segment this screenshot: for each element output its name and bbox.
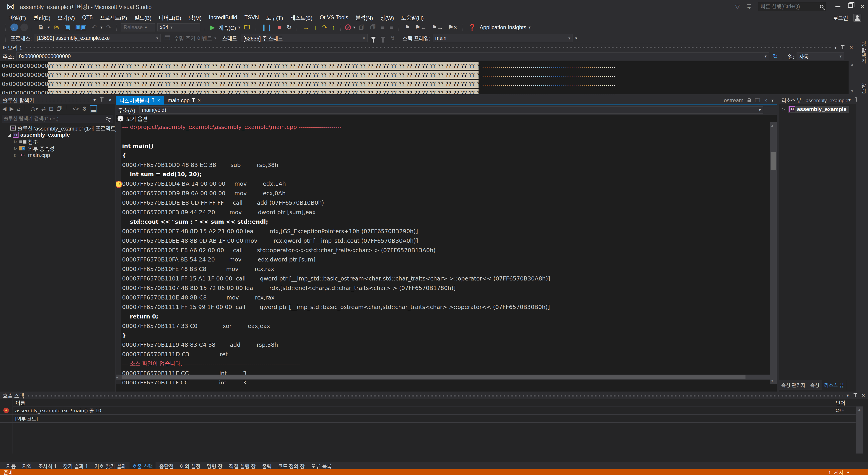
next-bookmark-button[interactable]: ⚑→ bbox=[430, 24, 444, 31]
menu-item[interactable]: Qt VS Tools bbox=[316, 13, 352, 22]
tree-item[interactable]: 솔루션 'assembly_example' (1개 프로젝트) bbox=[0, 125, 115, 131]
memory-bytes[interactable]: ?? ?? ?? ?? ?? ?? ?? ?? ?? ?? ?? ?? ?? ?… bbox=[48, 89, 478, 94]
undo-button[interactable]: ↶ bbox=[90, 24, 98, 31]
pin-icon[interactable] bbox=[842, 46, 843, 49]
expand-arrow-icon[interactable] bbox=[13, 153, 19, 158]
application-insights-caret[interactable]: ▾ bbox=[529, 25, 531, 30]
indent-increase-button[interactable]: ≡ bbox=[388, 24, 395, 31]
active-files-caret[interactable]: ▾ bbox=[772, 98, 774, 103]
window-position-caret[interactable]: ▾ bbox=[846, 393, 849, 398]
continue-label[interactable]: 계속(C) bbox=[219, 24, 236, 31]
memory-row[interactable]: 0x00000000000000C6 ?? ?? ?? ?? ?? ?? ?? … bbox=[0, 88, 856, 94]
drag-handle[interactable] bbox=[26, 46, 831, 49]
filter-flagged-icon[interactable] bbox=[380, 37, 385, 40]
expand-arrow-icon[interactable]: ▷ bbox=[780, 107, 786, 112]
menu-item[interactable]: 팀(M) bbox=[185, 13, 205, 22]
pin-icon[interactable] bbox=[193, 99, 194, 102]
application-insights-label[interactable]: Application Insights bbox=[480, 24, 526, 31]
call-stack-frame[interactable]: ➜ assembly_example.exe!main() 줄 10 C++ bbox=[0, 407, 856, 415]
scroll-up-icon[interactable]: ▲ bbox=[857, 407, 862, 412]
tree-item-label[interactable]: main.cpp bbox=[28, 152, 50, 158]
filter-icon[interactable]: ▽ bbox=[735, 3, 740, 10]
configuration-dropdown[interactable]: Release▾ bbox=[121, 23, 155, 31]
break-all-button[interactable]: ❙❙ bbox=[260, 24, 274, 31]
memory-row[interactable]: 0x0000000000000042 ?? ?? ?? ?? ?? ?? ?? … bbox=[0, 70, 856, 80]
scroll-left-icon[interactable]: ◂ bbox=[116, 375, 118, 380]
memory-bytes[interactable]: ?? ?? ?? ?? ?? ?? ?? ?? ?? ?? ?? ?? ?? ?… bbox=[48, 80, 478, 88]
tool-window-tab[interactable]: 오류 목록 bbox=[308, 462, 334, 469]
publish-expand-icon[interactable]: ▲ bbox=[846, 470, 850, 474]
panel-tab[interactable]: 속성 bbox=[808, 380, 822, 390]
disassembly-line[interactable]: 00007FF6570B110E 48 8B C8 mov rcx,rax bbox=[116, 293, 770, 302]
memory-row[interactable]: 0x0000000000000084 ?? ?? ?? ?? ?? ?? ?? … bbox=[0, 80, 856, 88]
expand-arrow-icon[interactable] bbox=[13, 146, 19, 151]
maximize-button[interactable] bbox=[848, 3, 852, 8]
memory-bytes[interactable]: ?? ?? ?? ?? ?? ?? ?? ?? ?? ?? ?? ?? ?? ?… bbox=[48, 62, 478, 70]
disassembly-line[interactable]: 00007FF6570B1101 FF 15 A1 1F 00 00 call … bbox=[116, 274, 770, 284]
quick-launch-input[interactable] bbox=[761, 4, 820, 10]
disassembly-line[interactable]: --- d:\project\assembly_example\assembly… bbox=[116, 122, 770, 132]
output-window-button[interactable]: 🗍 bbox=[358, 24, 366, 31]
menu-item[interactable]: 도움말(H) bbox=[398, 13, 428, 22]
disassembly-line[interactable]: 00007FF6570B1111 FF 15 99 1F 00 00 call … bbox=[116, 302, 770, 312]
restart-button[interactable]: ↻ bbox=[285, 24, 293, 31]
tree-item[interactable]: 외부 종속성 bbox=[0, 145, 115, 152]
memory-bytes[interactable]: ?? ?? ?? ?? ?? ?? ?? ?? ?? ?? ?? ?? ?? ?… bbox=[48, 71, 478, 79]
indent-decrease-button[interactable]: ≡ bbox=[380, 24, 386, 31]
back-icon[interactable]: ◀ bbox=[2, 106, 6, 112]
feedback-icon[interactable]: 🗨 bbox=[746, 3, 752, 10]
copy-icon[interactable]: 🗇 bbox=[57, 106, 62, 112]
resource-view-title-bar[interactable]: 리소스 뷰 - assembly_example ▾ ✕ bbox=[779, 96, 856, 104]
save-button[interactable]: ▣ bbox=[63, 24, 72, 31]
suppress-jit-icon[interactable]: ↯ bbox=[389, 35, 397, 42]
disassembly-line[interactable]: 00007FF6570B1119 48 83 C4 38 add rsp,38h bbox=[116, 340, 770, 350]
tree-item[interactable]: 참조 bbox=[0, 138, 115, 145]
disassembly-line[interactable]: int main() bbox=[116, 141, 770, 151]
tree-item-label[interactable]: 외부 종속성 bbox=[28, 145, 55, 152]
redo-button[interactable]: ↷ bbox=[105, 24, 113, 31]
menu-item[interactable]: 디버그(D) bbox=[155, 13, 185, 22]
navigate-back-button[interactable]: ← bbox=[10, 24, 18, 31]
disassembly-line[interactable]: } bbox=[116, 331, 770, 340]
previous-bookmark-button[interactable]: ⚑← bbox=[414, 24, 428, 31]
disassembly-line[interactable]: 00007FF6570B10FA 8B 54 24 20 mov edx,dwo… bbox=[116, 255, 770, 264]
view-options-label[interactable]: 보기 옵션 bbox=[126, 115, 148, 123]
platform-dropdown[interactable]: x64▾ bbox=[157, 23, 200, 31]
forward-icon[interactable]: ▶ bbox=[9, 106, 13, 112]
pin-icon[interactable] bbox=[153, 99, 153, 102]
immediate-window-button[interactable]: 🗇 bbox=[369, 24, 377, 31]
new-file-button[interactable]: 🗎 bbox=[37, 24, 45, 31]
menu-item[interactable]: 창(W) bbox=[377, 13, 398, 22]
disassembly-line[interactable]: 00007FF6570B10D0 48 83 EC 38 sub rsp,38h bbox=[116, 160, 770, 170]
undo-caret[interactable]: ▾ bbox=[100, 25, 102, 30]
tool-window-tab[interactable]: 지역 bbox=[20, 462, 34, 469]
menu-item[interactable]: 편집(E) bbox=[30, 13, 54, 22]
disassembly-line[interactable]: 00007FF6570B1117 33 C0 xor eax,eax bbox=[116, 321, 770, 331]
drag-handle[interactable] bbox=[28, 394, 843, 397]
close-button[interactable]: × bbox=[860, 3, 864, 10]
memory-title-bar[interactable]: 메모리 1 ▾ ✕ bbox=[0, 43, 856, 51]
tool-window-tab[interactable]: 자동 bbox=[4, 462, 19, 469]
close-icon[interactable]: × bbox=[197, 97, 201, 103]
new-file-caret[interactable]: ▾ bbox=[48, 25, 50, 30]
process-dropdown[interactable]: [13692] assembly_example.exe▾ bbox=[34, 34, 161, 42]
name-column-header[interactable]: 이름 bbox=[13, 399, 836, 406]
team-explorer-vertical-tab[interactable]: 팀 탐색기 bbox=[860, 41, 867, 63]
open-file-button[interactable]: 🗁 bbox=[52, 24, 61, 31]
solution-search-input[interactable] bbox=[4, 116, 105, 122]
pin-icon[interactable] bbox=[855, 394, 856, 397]
quick-launch-box[interactable] bbox=[758, 2, 826, 11]
scrollbar-thumb[interactable] bbox=[771, 152, 776, 170]
tool-window-tab[interactable]: 출력 bbox=[259, 462, 274, 469]
close-icon[interactable]: × bbox=[764, 97, 767, 103]
menu-item[interactable]: 보기(V) bbox=[54, 13, 79, 22]
memory-content[interactable]: 0x0000000000000000 ?? ?? ?? ?? ?? ?? ?? … bbox=[0, 61, 856, 94]
memory-columns-dropdown[interactable]: 자동▾ bbox=[797, 52, 844, 60]
disassembly-line[interactable]: --- 소스 파일이 없습니다. -----------------------… bbox=[116, 359, 770, 369]
drag-handle[interactable] bbox=[38, 99, 90, 101]
breakpoints-caret[interactable]: ▾ bbox=[353, 25, 355, 30]
stack-frame-dropdown[interactable]: main▾ bbox=[433, 34, 573, 42]
disassembly-line[interactable]: 00007FF6570B111D C3 ret bbox=[116, 350, 770, 359]
frame-name[interactable]: assembly_example.exe!main() 줄 10 bbox=[12, 407, 836, 414]
close-icon[interactable]: × bbox=[157, 97, 160, 103]
